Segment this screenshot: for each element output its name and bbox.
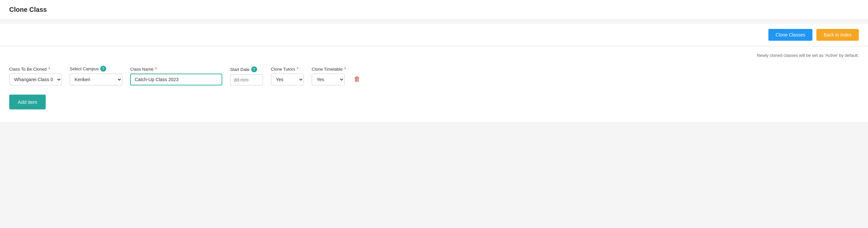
page-title: Clone Class [9,6,859,13]
clone-tutors-select[interactable]: Yes [271,74,304,86]
delete-row-button[interactable]: 🗑 [354,75,360,86]
class-to-clone-field: Class To Be Cloned * Whangarei Class 01-… [9,66,62,86]
class-name-input[interactable] [130,74,222,86]
content-section: Newly cloned classes will be set as 'Act… [0,46,868,123]
clone-timetable-field: Clone Timetable * Yes [312,66,346,86]
clone-tutors-label: Clone Tutors * [271,66,304,72]
class-to-clone-select[interactable]: Whangarei Class 01-2... [9,74,62,86]
start-date-input[interactable] [230,74,263,86]
required-star-tutors: * [297,66,299,72]
class-to-clone-label: Class To Be Cloned * [9,66,62,72]
class-name-field: Class Name * [130,66,222,86]
select-campus-select[interactable]: Kerikeri [70,74,122,86]
start-date-help-icon[interactable]: ? [251,66,257,72]
add-item-button[interactable]: Add item [9,95,46,109]
notice-text: Newly cloned classes will be set as 'Act… [9,53,859,58]
select-campus-field: Select Campus ? Kerikeri [70,66,122,86]
clone-tutors-field: Clone Tutors * Yes [271,66,304,86]
required-star-timetable: * [344,66,346,72]
required-star: * [48,66,50,72]
form-row: Class To Be Cloned * Whangarei Class 01-… [9,66,859,86]
add-item-section: Add item [9,95,859,109]
required-star-name: * [155,66,157,72]
clone-classes-button[interactable]: Clone Classes [768,29,812,41]
clone-timetable-select[interactable]: Yes [312,74,345,86]
start-date-field: Start Date ? [230,66,263,86]
class-name-label: Class Name * [130,66,222,72]
back-to-index-button[interactable]: Back to Index [816,29,859,41]
clone-timetable-label: Clone Timetable * [312,66,346,72]
page-header: Clone Class [0,0,868,20]
toolbar: Clone Classes Back to Index [0,24,868,46]
campus-help-icon[interactable]: ? [100,66,106,72]
select-campus-label: Select Campus ? [70,66,122,72]
start-date-label: Start Date ? [230,66,263,72]
